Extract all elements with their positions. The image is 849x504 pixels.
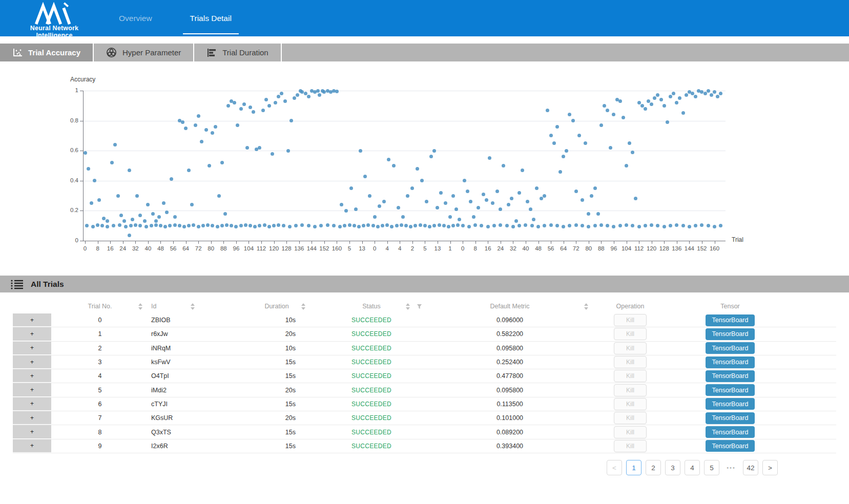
y-axis-label: 0.4 [56,177,78,183]
kill-button[interactable]: Kill [614,356,647,368]
column-header-duration[interactable]: Duration [236,299,318,313]
tensorboard-button[interactable]: TensorBoard [706,440,755,452]
kill-button[interactable]: Kill [614,384,647,396]
x-axis-tick [438,241,438,244]
scatter-point [319,224,323,227]
column-header-id[interactable]: Id [149,299,236,313]
scatter-point [634,197,637,200]
expand-row-button[interactable]: + [13,369,51,383]
scatter-point [678,96,681,100]
column-header-status[interactable]: Status [318,299,425,313]
scatter-point [703,92,707,95]
scatter-point [294,224,298,227]
kill-button[interactable]: Kill [614,342,647,354]
pagination-page-2[interactable]: 2 [646,460,661,475]
cell-default-metric: 0.113500 [425,397,594,411]
column-header-trial-no-[interactable]: Trial No. [51,299,149,313]
sort-icon[interactable] [406,303,410,310]
tensorboard-button[interactable]: TensorBoard [706,426,755,438]
nav-overview[interactable]: Overview [115,0,156,36]
tensorboard-button[interactable]: TensorBoard [706,412,755,424]
expand-row-button[interactable]: + [13,327,51,341]
x-axis-label: 24 [497,245,504,251]
scatter-point [236,123,239,127]
kill-button[interactable]: Kill [614,398,647,410]
sort-icon[interactable] [191,303,195,310]
pagination-page-4[interactable]: 4 [685,460,700,475]
x-axis-label: 40 [145,245,152,251]
tensorboard-button[interactable]: TensorBoard [706,342,755,354]
top-header: Neural Network Intelligence OverviewTria… [0,0,849,36]
tensorboard-button[interactable]: TensorBoard [706,398,755,410]
kill-button[interactable]: Kill [614,328,647,340]
cell-status: SUCCEEDED [318,342,425,355]
pagination-prev-icon[interactable]: < [607,460,622,475]
scatter-point [469,200,472,203]
tensorboard-button[interactable]: TensorBoard [706,328,755,340]
pagination-page-3[interactable]: 3 [665,460,680,475]
expand-row-button[interactable]: + [13,342,51,355]
tab-trial-duration[interactable]: Trial Duration [194,44,281,61]
scatter-point [581,198,584,202]
cell-status: SUCCEEDED [318,327,425,341]
tab-hyper-parameter[interactable]: Hyper Parameter [94,44,194,61]
scatter-point [387,158,390,161]
expand-row-button[interactable]: + [13,313,51,327]
scatter-point [631,151,634,154]
scatter-point [587,212,590,216]
column-header-default-metric[interactable]: Default Metric [425,299,594,313]
tensorboard-button[interactable]: TensorBoard [706,314,755,326]
scatter-point [376,225,380,228]
x-axis-tick [160,241,161,244]
sort-icon[interactable] [138,303,142,310]
scatter-point [511,225,515,228]
expand-row-button[interactable]: + [13,439,51,453]
scatter-point [526,200,529,203]
scatter-point [84,151,87,155]
x-axis-tick [589,241,589,244]
y-axis-label: 1 [56,87,78,93]
scatter-point [612,113,615,116]
kill-button[interactable]: Kill [614,370,647,382]
scatter-point [425,200,428,203]
filter-icon[interactable] [417,304,422,309]
tensorboard-button[interactable]: TensorBoard [706,384,755,396]
nav-trials-detail[interactable]: Trials Detail [186,0,236,36]
scatter-point [650,102,653,106]
kill-button[interactable]: Kill [614,426,647,438]
kill-button[interactable]: Kill [614,412,647,424]
pagination-page-1[interactable]: 1 [626,460,641,475]
tab-trial-accuracy[interactable]: Trial Accuracy [0,44,94,61]
expand-row-button[interactable]: + [13,383,51,396]
pagination-page-42[interactable]: 42 [743,460,758,475]
scatter-point [461,224,465,227]
cell-tensor: TensorBoard [666,411,794,425]
cell-default-metric: 0.477800 [425,369,594,383]
x-axis-tick [526,241,526,244]
kill-button[interactable]: Kill [614,440,647,452]
scatter-point [514,219,518,223]
expand-row-button[interactable]: + [13,425,51,438]
cell-duration: 20s [236,411,318,425]
scatter-point [555,224,559,227]
scatter-point [204,128,208,132]
pagination-next-icon[interactable]: > [762,460,778,475]
cell-duration: 20s [236,327,318,341]
cell-operation: Kill [594,397,666,411]
scatter-point [200,140,203,143]
sort-icon[interactable] [584,303,588,310]
sort-icon[interactable] [301,303,305,310]
scatter-point [587,225,590,228]
expand-row-button[interactable]: + [13,411,51,425]
x-axis-tick [664,241,665,244]
kill-button[interactable]: Kill [614,314,647,326]
pagination-page-5[interactable]: 5 [704,460,719,475]
scatter-point [197,225,200,228]
expand-row-button[interactable]: + [13,355,51,369]
expand-row-button[interactable]: + [13,397,51,411]
x-axis-tick [463,241,463,244]
tensorboard-button[interactable]: TensorBoard [706,370,755,382]
scatter-point [612,225,615,228]
x-axis-tick [501,241,501,244]
tensorboard-button[interactable]: TensorBoard [706,356,755,368]
